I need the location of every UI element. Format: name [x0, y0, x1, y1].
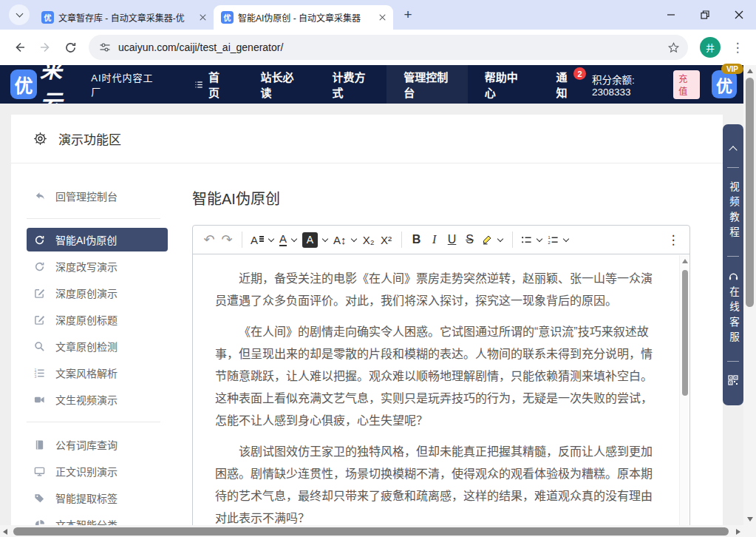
site-settings-icon[interactable] — [99, 41, 111, 53]
sidebar-item-text-to-video[interactable]: 文生视频演示 — [27, 386, 168, 413]
undo-button[interactable]: ↶ — [200, 229, 218, 250]
recharge-button[interactable]: 充值 — [673, 70, 700, 99]
redo-button[interactable]: ↷ — [218, 229, 236, 250]
online-service-label: 在线客服 — [726, 286, 740, 347]
browser-tab-inactive[interactable]: 优 文章暂存库 - 自动文章采集器-优 — [34, 5, 214, 30]
svg-text:1: 1 — [548, 235, 550, 240]
font-background-button[interactable]: A — [300, 229, 331, 250]
sidebar-item-originality-check[interactable]: 文章原创检测 — [27, 333, 168, 359]
line-height-button[interactable]: A↕ — [331, 229, 360, 250]
sidebar-item-public-lexicon[interactable]: 公有词库查询 — [27, 431, 168, 458]
font-size-button[interactable]: A — [248, 229, 277, 250]
browser-profile-avatar[interactable]: 井 — [700, 37, 721, 58]
monitor-icon — [34, 466, 46, 477]
sidebar-item-label: 智能提取标签 — [55, 490, 118, 505]
restore-button[interactable] — [688, 0, 722, 30]
bulleted-list-button[interactable] — [519, 229, 545, 250]
horizontal-scrollbar-thumb[interactable] — [13, 527, 729, 536]
nav-item-label: 帮助中心 — [485, 69, 522, 100]
tab-search-button[interactable] — [9, 4, 30, 25]
nav-item-label: 通知 — [556, 69, 575, 100]
sidebar-item-ai-rewrite[interactable]: 智能AI伪原创 — [27, 228, 168, 251]
subscript-button[interactable]: X₂ — [360, 229, 378, 250]
book-icon — [34, 439, 46, 450]
avatar-initial: 优 — [716, 72, 732, 96]
tab-title: 文章暂存库 - 自动文章采集器-优 — [58, 11, 192, 24]
rich-text-editor: ↶ ↷ A A A A↕ X₂ X² B I U S — [192, 225, 690, 525]
url-text[interactable]: ucaiyun.com/caiji/test_ai_generator/ — [118, 41, 663, 53]
underline-button[interactable]: U — [443, 229, 461, 250]
sidebar-divider — [27, 218, 160, 219]
chevron-down-icon — [16, 10, 23, 18]
nav-item-help[interactable]: 帮助中心 — [468, 65, 539, 104]
sidebar-item-text-classification[interactable]: 文本智能分类 — [27, 511, 168, 525]
sidebar-item-deep-rewrite[interactable]: 深度改写演示 — [27, 253, 168, 280]
site-favicon: 优 — [41, 11, 54, 24]
numbered-list-button[interactable]: 12 — [545, 229, 572, 250]
toolbar-more-button[interactable]: ⋮ — [664, 229, 682, 250]
tab-title: 智能AI伪原创 - 自动文章采集器 — [238, 11, 372, 24]
demo-card: 演示功能区 回管理控制台 智能AI伪原创 深度改写演示 — [11, 115, 723, 525]
nav-item-home[interactable]: 首页 — [177, 65, 244, 104]
panel-divider — [727, 167, 739, 168]
italic-button[interactable]: I — [426, 229, 443, 250]
sidebar-back-to-console[interactable]: 回管理控制台 — [27, 183, 168, 209]
site-favicon: 优 — [221, 11, 234, 24]
nav-item-console[interactable]: 管理控制台 — [386, 65, 468, 104]
video-tutorial-button[interactable]: 视频教程 — [726, 181, 740, 242]
user-avatar[interactable]: 优 VIP — [712, 70, 737, 98]
font-color-button[interactable]: A — [277, 229, 300, 250]
sidebar-item-deep-original-title[interactable]: 深度原创标题 — [27, 306, 168, 333]
bold-button[interactable]: B — [408, 229, 426, 250]
browser-tab-active[interactable]: 优 智能AI伪原创 - 自动文章采集器 — [214, 5, 393, 30]
page-horizontal-scrollbar[interactable] — [0, 525, 743, 537]
sidebar-item-extract-tags[interactable]: 智能提取标签 — [27, 484, 168, 511]
sidebar-item-style-analysis[interactable]: 123 文案风格解析 — [27, 359, 168, 386]
new-tab-button[interactable]: + — [398, 4, 418, 25]
nav-item-must-read[interactable]: 站长必读 — [244, 65, 316, 104]
highlight-button[interactable] — [479, 229, 506, 250]
tab-close-icon[interactable] — [197, 11, 209, 24]
edit-icon — [34, 288, 46, 299]
back-button[interactable] — [7, 35, 33, 60]
nav-item-label: 首页 — [208, 69, 227, 100]
editor-toolbar: ↶ ↷ A A A A↕ X₂ X² B I U S — [193, 226, 689, 254]
scroll-up-arrow-icon[interactable] — [747, 69, 753, 73]
site-logo[interactable]: 优 采云 AI时代内容工厂 — [10, 65, 177, 104]
minimize-button[interactable] — [654, 0, 688, 30]
editor-scrollbar[interactable] — [679, 255, 689, 525]
browser-menu-icon[interactable]: ⋮ — [726, 40, 749, 55]
chevron-up-icon[interactable] — [729, 146, 737, 154]
close-window-button[interactable] — [722, 0, 756, 30]
superscript-button[interactable]: X² — [378, 229, 395, 250]
nav-item-pricing[interactable]: 计费方式 — [315, 65, 386, 104]
page-title: 智能AI伪原创 — [192, 187, 690, 209]
bookmark-star-icon[interactable] — [663, 37, 684, 58]
scroll-left-arrow-icon[interactable] — [3, 529, 7, 535]
font-size-lines-icon — [259, 236, 264, 237]
headset-icon — [728, 271, 739, 282]
scroll-down-arrow-icon[interactable] — [747, 517, 753, 521]
paragraph: 该剧试图效仿王家卫的独特风格，但却未能真正把握其精髓，反而让人感到更加困惑。剧情… — [215, 441, 660, 525]
paragraph: 《在人间》的剧情走向确实令人困惑。它试图通过所谓的“意识流”技巧来叙述故事，但呈… — [215, 321, 660, 432]
online-service-button[interactable]: 在线客服 — [726, 271, 740, 347]
editor-scrollbar-thumb[interactable] — [682, 270, 688, 396]
sidebar-item-label: 文章原创检测 — [55, 339, 118, 354]
qr-code-icon[interactable] — [728, 375, 738, 385]
ordered-list-icon: 123 — [34, 368, 46, 379]
sidebar-item-body-detection[interactable]: 正文识别演示 — [27, 458, 168, 484]
panel-divider — [727, 256, 739, 257]
chevron-down-icon — [350, 236, 356, 242]
scroll-right-arrow-icon[interactable] — [736, 529, 740, 535]
window-controls — [654, 0, 756, 30]
page-vertical-scrollbar[interactable] — [743, 65, 756, 525]
tab-close-icon[interactable] — [376, 11, 389, 24]
tag-icon — [34, 493, 46, 504]
address-bar[interactable]: ucaiyun.com/caiji/test_ai_generator/ — [89, 35, 688, 60]
editor-content[interactable]: 近期，备受关注的电影《在人间》票房走势突然逆转，赵丽颖、张一山等一众演员遭遇了众… — [193, 254, 689, 525]
scroll-up-arrow-icon[interactable] — [682, 259, 688, 263]
sidebar-item-deep-original[interactable]: 深度原创演示 — [27, 280, 168, 306]
nav-item-notifications[interactable]: 通知 2 — [539, 65, 592, 104]
strikethrough-button[interactable]: S — [461, 229, 479, 250]
vertical-scrollbar-thumb[interactable] — [746, 78, 754, 307]
